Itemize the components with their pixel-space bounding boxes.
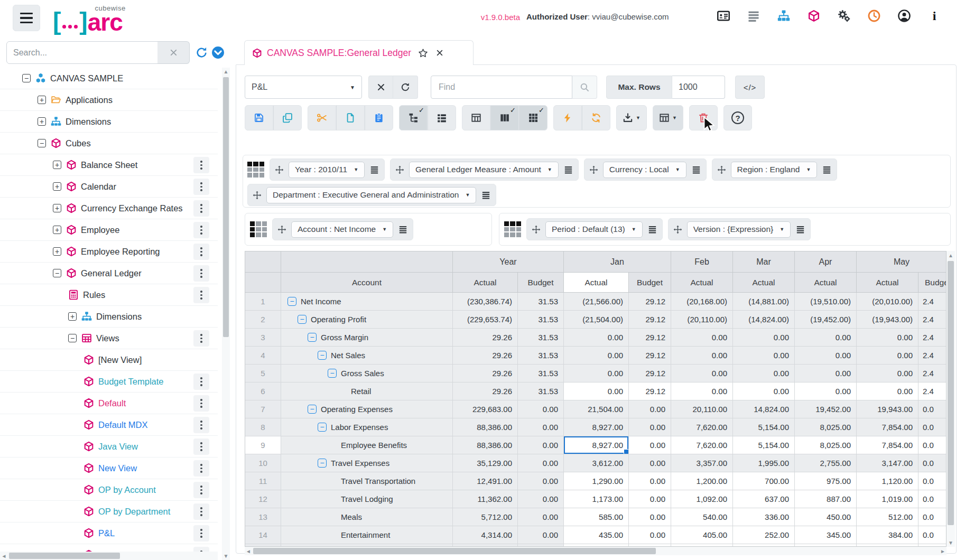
list-detail-button[interactable] xyxy=(428,105,456,130)
dimension-select[interactable]: Version : {Expression}▼ xyxy=(687,221,791,238)
grid-vscrollbar[interactable]: ▲ ▼ xyxy=(947,251,955,547)
bolt-button[interactable] xyxy=(553,105,582,130)
kebab-menu-icon[interactable] xyxy=(193,222,209,238)
value-cell[interactable]: 31.53 xyxy=(518,347,564,365)
value-cell[interactable]: 0.0 xyxy=(918,436,946,454)
value-cell[interactable]: 31.53 xyxy=(518,329,564,347)
row-number-cell[interactable]: 13 xyxy=(245,508,281,526)
kebab-menu-icon[interactable] xyxy=(193,330,209,347)
value-cell[interactable]: 8,025.00 xyxy=(795,436,857,454)
view-select[interactable]: P&L ▼ xyxy=(245,76,362,99)
rows-axis-icon[interactable] xyxy=(250,221,267,237)
tree-item-java-view[interactable]: Java View xyxy=(0,436,218,458)
collapse-icon[interactable]: − xyxy=(287,297,296,306)
tree-item-rules[interactable]: Rules xyxy=(0,284,218,306)
row-number-cell[interactable]: 12 xyxy=(245,490,281,508)
tree-item--new-view-[interactable]: [New View] xyxy=(0,349,218,371)
subset-list-icon[interactable] xyxy=(691,165,701,174)
value-cell[interactable]: 0.00 xyxy=(795,347,857,365)
move-icon[interactable] xyxy=(589,165,598,174)
value-cell[interactable]: 0.00 xyxy=(518,418,564,436)
account-cell[interactable]: Employee Benefits xyxy=(281,436,453,454)
account-cell[interactable]: Travel Lodging xyxy=(281,490,453,508)
columns-button[interactable]: ✓ xyxy=(490,105,519,130)
search-clear-button[interactable] xyxy=(157,41,190,64)
value-cell[interactable]: 0.0 xyxy=(918,454,946,472)
value-cell[interactable]: 0.00 xyxy=(733,329,795,347)
tab-general-ledger[interactable]: CANVAS SAMPLE:General Ledger xyxy=(244,40,474,65)
sidebar-hscrollbar-thumb[interactable] xyxy=(9,553,120,559)
value-cell[interactable]: 29.26 xyxy=(453,329,518,347)
value-cell[interactable]: 12,491.00 xyxy=(453,472,518,490)
scroll-left-arrow[interactable]: ◄ xyxy=(0,552,8,560)
clock-icon[interactable] xyxy=(868,10,880,22)
value-cell[interactable]: 0.00 xyxy=(629,508,671,526)
value-cell[interactable]: 0.00 xyxy=(564,365,629,382)
value-cell[interactable]: 0.00 xyxy=(795,382,857,400)
value-cell[interactable]: 29.12 xyxy=(629,347,671,365)
collapse-icon[interactable]: − xyxy=(38,139,46,147)
subset-list-icon[interactable] xyxy=(481,191,491,200)
value-cell[interactable]: 29.12 xyxy=(629,293,671,311)
tree-item-default-mdx[interactable]: Default MDX xyxy=(0,414,218,436)
value-cell[interactable]: 450.00 xyxy=(795,508,857,526)
value-cell[interactable]: 0.00 xyxy=(518,490,564,508)
value-cell[interactable]: 29.12 xyxy=(629,311,671,329)
dimension-select[interactable]: Account : Net Income▼ xyxy=(291,221,393,238)
value-cell[interactable]: 3,357.00 xyxy=(671,454,733,472)
tree-item-cubes[interactable]: −Cubes xyxy=(0,133,218,154)
row-number-cell[interactable]: 5 xyxy=(245,365,281,382)
tree-item-default[interactable]: Default xyxy=(0,393,218,414)
expand-icon[interactable]: + xyxy=(68,312,77,321)
move-icon[interactable] xyxy=(673,225,682,234)
value-cell[interactable]: 88,386.00 xyxy=(453,436,518,454)
info-icon[interactable]: i xyxy=(928,10,941,22)
row-number-cell[interactable]: 6 xyxy=(245,382,281,400)
outline-tree-button[interactable]: ✓ xyxy=(399,105,428,130)
tree-item-p-l[interactable]: P&L xyxy=(0,522,218,544)
kebab-menu-icon[interactable] xyxy=(193,482,209,498)
row-number-cell[interactable]: 14 xyxy=(245,526,281,544)
scroll-down-arrow[interactable]: ▼ xyxy=(222,552,230,560)
account-cell[interactable]: −Net Income xyxy=(281,293,453,311)
value-cell[interactable]: 0.0 xyxy=(918,472,946,490)
value-cell[interactable]: 88,386.00 xyxy=(453,418,518,436)
collapse-icon[interactable]: − xyxy=(318,423,327,432)
value-cell[interactable]: 0.00 xyxy=(857,365,918,382)
value-cell[interactable]: (230,386.74) xyxy=(453,293,518,311)
value-cell[interactable]: 540.00 xyxy=(671,508,733,526)
collapse-icon[interactable]: − xyxy=(318,459,327,468)
value-cell[interactable]: 3,147.00 xyxy=(857,454,918,472)
value-cell[interactable]: 637.00 xyxy=(733,490,795,508)
scroll-left-arrow[interactable]: ◄ xyxy=(245,547,252,555)
value-cell[interactable]: (19,452.00) xyxy=(795,311,857,329)
value-cell[interactable]: (20,010.00) xyxy=(857,293,918,311)
kebab-menu-icon[interactable] xyxy=(193,200,209,217)
account-cell[interactable]: Retail xyxy=(281,382,453,400)
account-cell[interactable]: Entertainment xyxy=(281,526,453,544)
value-cell[interactable]: 31.53 xyxy=(518,311,564,329)
file-button[interactable] xyxy=(336,105,365,130)
value-cell[interactable]: 0.0 xyxy=(918,400,946,418)
value-cell[interactable]: 435.00 xyxy=(564,526,629,544)
value-cell[interactable]: 975.00 xyxy=(795,472,857,490)
value-cell[interactable]: 405.00 xyxy=(671,526,733,544)
kebab-menu-icon[interactable] xyxy=(193,438,209,455)
kebab-menu-icon[interactable] xyxy=(193,547,209,552)
value-cell[interactable]: 29.26 xyxy=(453,365,518,382)
scroll-down-arrow[interactable]: ▼ xyxy=(947,538,955,547)
tree-refresh-icon[interactable] xyxy=(196,46,208,59)
kebab-menu-icon[interactable] xyxy=(193,374,209,390)
cut-button[interactable] xyxy=(308,105,336,130)
value-cell[interactable]: 0.00 xyxy=(518,454,564,472)
tree-item-applications[interactable]: +Applications xyxy=(0,89,218,111)
value-cell[interactable]: 0.00 xyxy=(564,382,629,400)
value-cell[interactable]: 0.0 xyxy=(918,508,946,526)
dimension-select[interactable]: General Ledger Measure : Amount▼ xyxy=(409,162,559,178)
row-number-cell[interactable]: 10 xyxy=(245,454,281,472)
kebab-menu-icon[interactable] xyxy=(193,244,209,260)
move-icon[interactable] xyxy=(532,225,541,234)
clear-view-button[interactable] xyxy=(368,76,393,99)
search-input[interactable] xyxy=(6,41,158,64)
value-cell[interactable]: 0.00 xyxy=(733,347,795,365)
